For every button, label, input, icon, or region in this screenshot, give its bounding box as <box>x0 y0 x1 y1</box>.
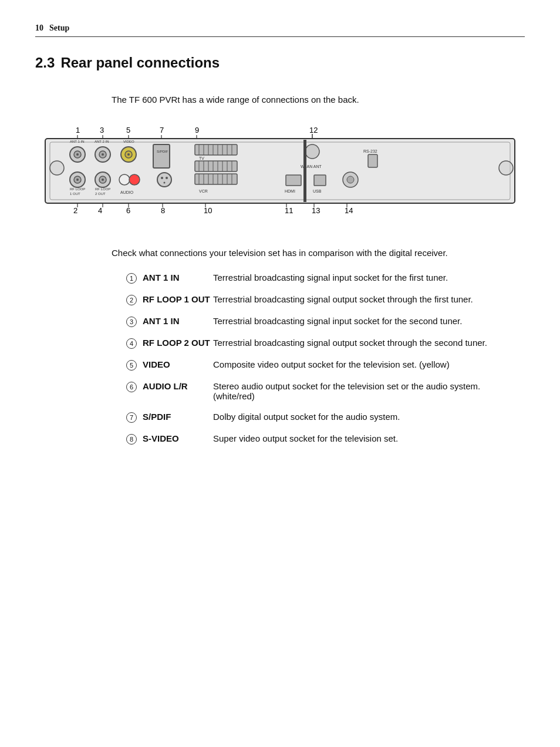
svg-point-50 <box>164 182 166 184</box>
svg-text:VCR: VCR <box>199 189 208 193</box>
conn-label-8: S-VIDEO <box>143 433 213 443</box>
top-num-9: 9 <box>195 126 199 134</box>
conn-label-6: AUDIO L/R <box>143 381 213 391</box>
svg-point-45 <box>129 174 140 185</box>
circle-7: 7 <box>126 412 137 423</box>
svg-point-68 <box>499 161 513 175</box>
circle-6: 6 <box>126 382 137 392</box>
bot-num-10: 10 <box>204 206 212 215</box>
conn-item-6: 6 AUDIO L/R Stereo audio output socket f… <box>112 381 501 401</box>
conn-desc-6: Stereo audio output socket for the telev… <box>213 381 501 401</box>
svg-rect-14 <box>195 144 237 155</box>
svg-point-43 <box>102 179 104 181</box>
top-num-1: 1 <box>76 126 80 134</box>
panel-svg: 1 3 5 7 9 12 S/PDIF <box>39 122 521 240</box>
section-number: 2.3 <box>35 55 55 71</box>
conn-label-5: VIDEO <box>143 359 213 369</box>
conn-num-5: 5 <box>112 359 138 371</box>
bot-num-6: 6 <box>126 206 130 215</box>
svg-text:HDMI: HDMI <box>285 189 295 193</box>
circle-5: 5 <box>126 360 137 371</box>
intro-text: The TF 600 PVRt has a wide range of conn… <box>112 95 525 105</box>
section-name: Setup <box>49 23 69 33</box>
check-text: Check what connections your television s… <box>112 248 525 258</box>
svg-point-48 <box>161 177 163 179</box>
circle-8: 8 <box>126 434 137 445</box>
svg-rect-23 <box>195 161 237 171</box>
conn-item-1: 1 ANT 1 IN Terrestrial broadcasting sign… <box>112 272 501 284</box>
svg-rect-36 <box>368 154 377 167</box>
svg-text:2 OUT: 2 OUT <box>95 192 106 196</box>
svg-text:RS-232: RS-232 <box>363 149 377 153</box>
conn-num-6: 6 <box>112 381 138 392</box>
conn-desc-2: Terrestrial broadcasting signal output s… <box>213 294 501 304</box>
bot-num-4: 4 <box>98 206 102 215</box>
bot-num-2: 2 <box>73 206 77 215</box>
conn-label-2: RF LOOP 1 OUT <box>143 294 213 304</box>
circle-3: 3 <box>126 317 137 327</box>
bot-num-14: 14 <box>345 206 353 215</box>
svg-point-66 <box>347 176 354 183</box>
svg-rect-61 <box>286 175 301 186</box>
svg-point-5 <box>76 153 79 156</box>
conn-num-2: 2 <box>112 294 138 305</box>
circle-1: 1 <box>126 273 137 284</box>
conn-num-1: 1 <box>112 272 138 284</box>
conn-desc-4: Terrestrial broadcasting signal output s… <box>213 338 501 348</box>
bot-num-13: 13 <box>312 206 320 215</box>
conn-num-7: 7 <box>112 412 138 423</box>
svg-point-33 <box>305 144 319 159</box>
svg-rect-35 <box>303 140 306 202</box>
conn-desc-7: Dolby digital output socket for the audi… <box>213 412 501 422</box>
svg-rect-51 <box>195 174 237 184</box>
bot-num-11: 11 <box>285 206 293 215</box>
conn-item-2: 2 RF LOOP 1 OUT Terrestrial broadcasting… <box>112 294 501 305</box>
svg-point-40 <box>76 179 79 181</box>
conn-item-5: 5 VIDEO Composite video output socket fo… <box>112 359 501 371</box>
page-header: 10 Setup <box>35 23 525 37</box>
conn-num-4: 4 <box>112 338 138 349</box>
svg-point-49 <box>166 177 168 179</box>
conn-label-3: ANT 1 IN <box>143 316 213 326</box>
svg-rect-63 <box>314 175 326 186</box>
connection-list: 1 ANT 1 IN Terrestrial broadcasting sign… <box>112 272 501 445</box>
svg-text:RF LOOP: RF LOOP <box>70 187 85 191</box>
svg-text:ANT 1 IN: ANT 1 IN <box>70 140 85 143</box>
svg-point-44 <box>119 174 130 185</box>
svg-point-11 <box>127 153 130 156</box>
conn-num-8: 8 <box>112 433 138 445</box>
svg-point-47 <box>157 173 171 187</box>
conn-label-7: S/PDIF <box>143 412 213 422</box>
svg-point-67 <box>50 161 64 175</box>
bot-num-8: 8 <box>161 206 165 215</box>
top-num-5: 5 <box>126 126 130 134</box>
top-num-12: 12 <box>309 126 318 134</box>
svg-text:USB: USB <box>313 189 322 193</box>
conn-item-7: 7 S/PDIF Dolby digital output socket for… <box>112 412 501 423</box>
svg-text:VIDEO: VIDEO <box>123 140 134 143</box>
svg-text:1 OUT: 1 OUT <box>70 192 80 196</box>
conn-desc-8: Super video output socket for the televi… <box>213 433 501 443</box>
conn-label-4: RF LOOP 2 OUT <box>143 338 213 348</box>
conn-num-3: 3 <box>112 316 138 327</box>
svg-text:RF LOOP: RF LOOP <box>95 187 110 191</box>
rear-panel-diagram: 1 3 5 7 9 12 S/PDIF <box>39 122 521 242</box>
conn-item-4: 4 RF LOOP 2 OUT Terrestrial broadcasting… <box>112 338 501 349</box>
conn-desc-1: Terrestrial broadcasting signal input so… <box>213 272 501 282</box>
page-number: 10 <box>35 23 43 33</box>
svg-rect-12 <box>153 144 170 168</box>
section-title: Rear panel connections <box>60 55 220 71</box>
conn-item-3: 3 ANT 1 IN Terrestrial broadcasting sign… <box>112 316 501 327</box>
circle-4: 4 <box>126 338 137 349</box>
conn-item-8: 8 S-VIDEO Super video output socket for … <box>112 433 501 445</box>
conn-label-1: ANT 1 IN <box>143 272 213 282</box>
conn-desc-5: Composite video output socket for the te… <box>213 359 501 369</box>
svg-text:S/PDIF: S/PDIF <box>157 150 168 153</box>
circle-2: 2 <box>126 295 137 305</box>
svg-text:TV: TV <box>199 156 204 160</box>
top-num-7: 7 <box>160 126 164 134</box>
svg-text:AUDIO: AUDIO <box>120 190 134 194</box>
svg-point-8 <box>102 153 104 156</box>
svg-rect-1 <box>45 139 515 203</box>
section-title-row: 2.3 Rear panel connections <box>35 55 525 83</box>
